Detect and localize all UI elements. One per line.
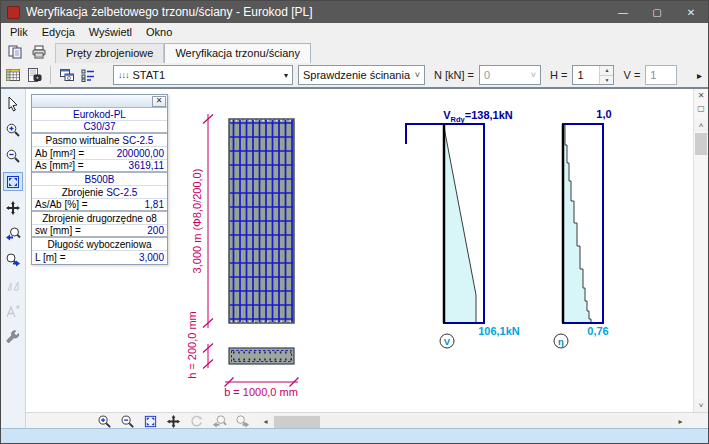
height-dimension-label: 3,000 m (Φ8,0/200,0) — [191, 169, 203, 274]
scroll-up-icon[interactable]: ˄ — [694, 119, 708, 132]
panel-row-value: C30/37 — [83, 121, 115, 132]
titlebar[interactable]: Weryfikacja żelbetowego trzonu/ściany - … — [1, 1, 708, 23]
panel-row: Zbrojenie SC-2.5 — [32, 186, 167, 199]
spinner-buttons: ▲ ▼ — [599, 66, 613, 84]
panel-row-value: SC-2.5 — [106, 187, 137, 198]
mdi-maximize-button[interactable]: ▢ — [694, 102, 708, 115]
tab-weryfikacja-trzonu-sciany[interactable]: Weryfikacja trzonu/ściany — [164, 43, 311, 63]
utilization-bottom-value: 0,76 — [587, 325, 608, 337]
utilization-diagram: 1,0 0,76 η — [554, 108, 612, 348]
utilization-top-value: 1,0 — [596, 108, 611, 120]
chevron-down-icon: ˅ — [531, 70, 536, 80]
zoom-fit-tool-button[interactable] — [3, 172, 23, 191]
chevron-down-icon: ▾ — [284, 71, 288, 80]
pointer-tool-button[interactable] — [3, 94, 23, 113]
panel-row-label: sw [mm] = — [35, 225, 81, 236]
options-list-icon[interactable] — [80, 67, 96, 83]
vertical-scrollbar[interactable]: ˄ ˅ — [694, 119, 708, 412]
drawing-canvas[interactable]: 3,000 m (Φ8,0/200,0) — [26, 89, 693, 412]
status-bar — [1, 428, 708, 443]
panel-row: Pasmo wirtualne SC-2.5 — [32, 134, 167, 147]
maximize-button[interactable]: ▢ — [640, 1, 674, 23]
mdi-close-button[interactable]: ✕ — [694, 89, 708, 102]
tab-prety-zbrojeniowe[interactable]: Pręty zbrojeniowe — [55, 43, 164, 63]
scroll-right-icon[interactable]: ▸ — [674, 415, 687, 428]
right-scroll-column: ✕ ▢ ˄ ˅ — [693, 89, 708, 412]
panel-row-value: 200000,00 — [117, 148, 164, 159]
shear-symbol: V — [444, 336, 451, 347]
h-dimension-label: h = 200,0 mm — [186, 311, 198, 379]
close-button[interactable]: ✕ — [674, 1, 708, 23]
main-area: 3,000 m (Φ8,0/200,0) — [1, 89, 708, 428]
panel-row-value: Eurokod-PL — [73, 109, 126, 120]
horizontal-scrollbar[interactable]: ◂ ▸ — [259, 415, 687, 429]
report-icon[interactable] — [26, 67, 42, 83]
settings-tool-button[interactable] — [3, 328, 23, 347]
zoom-out-tool-button[interactable] — [3, 146, 23, 165]
zoom-previous-tool-button[interactable] — [3, 224, 23, 243]
triangles-icon — [5, 278, 21, 294]
menu-edycja[interactable]: Edycja — [35, 23, 82, 41]
horizontal-scrollbar-thumb[interactable] — [274, 416, 320, 428]
vertical-scrollbar-track[interactable] — [694, 156, 708, 399]
utilization-symbol: η — [558, 336, 564, 347]
pan-tool-button[interactable] — [3, 198, 23, 217]
zoom-in-tool-button[interactable] — [3, 120, 23, 139]
panel-row: Ab [mm²] =200000,00 — [32, 147, 167, 160]
scroll-down-icon[interactable]: ˅ — [694, 399, 708, 412]
panel-row: Eurokod-PL — [32, 108, 167, 121]
window-title: Weryfikacja żelbetowego trzonu/ściany - … — [26, 5, 606, 19]
panel-row-label: L [m] = — [35, 252, 65, 263]
panel-row-value: B500B — [84, 174, 114, 185]
n-value: 0 — [484, 69, 527, 81]
zoom-previous-button — [211, 414, 228, 430]
table-icon[interactable] — [5, 67, 21, 83]
h-spinner[interactable]: 1 ▲ ▼ — [572, 65, 614, 85]
vertical-scrollbar-thumb[interactable] — [695, 133, 707, 155]
zoom-next-icon — [5, 252, 21, 268]
dimension-tool-button — [3, 276, 23, 295]
panel-row-label: As [mm²] = — [35, 160, 84, 171]
menu-okno[interactable]: Okno — [139, 23, 179, 41]
h-value: 1 — [573, 66, 599, 84]
panel-row-label: As/Ab [%] = — [35, 199, 88, 210]
zoom-previous-icon — [212, 414, 227, 429]
windows-icon[interactable] — [59, 67, 75, 83]
shear-diagram-title: VRdy=138,1kN — [443, 109, 513, 124]
load-case-value: STAT1 — [133, 69, 280, 81]
panel-row: As/Ab [%] =1,81 — [32, 199, 167, 212]
print-icon[interactable] — [31, 44, 47, 60]
text-arrow-icon — [5, 304, 21, 320]
wall-elevation — [229, 119, 294, 323]
spin-up-icon[interactable]: ▲ — [600, 66, 613, 76]
panel-row-label: Zbrojenie — [62, 187, 104, 198]
zoom-next-tool-button[interactable] — [3, 250, 23, 269]
menu-wyswietl[interactable]: Wyświetl — [82, 23, 139, 41]
zoom-fit-icon — [5, 174, 21, 190]
spin-down-icon[interactable]: ▼ — [600, 76, 613, 85]
panel-row-label: Długość wyboczeniowa — [48, 239, 152, 250]
panel-close-icon[interactable]: ✕ — [152, 96, 166, 107]
pan-icon — [166, 414, 181, 429]
v-input[interactable]: 1 — [645, 65, 677, 85]
toolbar-overflow-arrow[interactable]: ▸ — [695, 70, 704, 81]
quick-icons — [1, 44, 55, 63]
panel-row: As [mm²] =3619,11 — [32, 160, 167, 173]
n-value-select[interactable]: 0 ˅ — [479, 65, 541, 85]
shear-diagram: VRdy=138,1kN 106,1kN V — [406, 109, 520, 348]
menu-plik[interactable]: Plik — [3, 23, 35, 41]
view-toolbar — [1, 89, 26, 428]
copy-icon[interactable] — [7, 44, 23, 60]
chevron-down-icon: ˅ — [415, 70, 420, 80]
panel-row: L [m] =3,000 — [32, 251, 167, 264]
check-type-select[interactable]: Sprawdzenie ścinania ˅ — [298, 65, 425, 85]
scroll-left-icon[interactable]: ◂ — [259, 415, 272, 428]
load-case-select[interactable]: ↓↓↓ STAT1 ▾ — [113, 65, 293, 85]
zoom-out-icon — [120, 414, 135, 429]
document-area: 3,000 m (Φ8,0/200,0) — [26, 89, 708, 428]
results-panel-header[interactable]: ✕ — [32, 95, 167, 108]
panel-row-label: Pasmo wirtualne — [46, 135, 120, 146]
panel-row-value: 3619,11 — [129, 160, 164, 171]
minimize-button[interactable]: — — [606, 1, 640, 23]
h-label: H = — [550, 69, 567, 81]
